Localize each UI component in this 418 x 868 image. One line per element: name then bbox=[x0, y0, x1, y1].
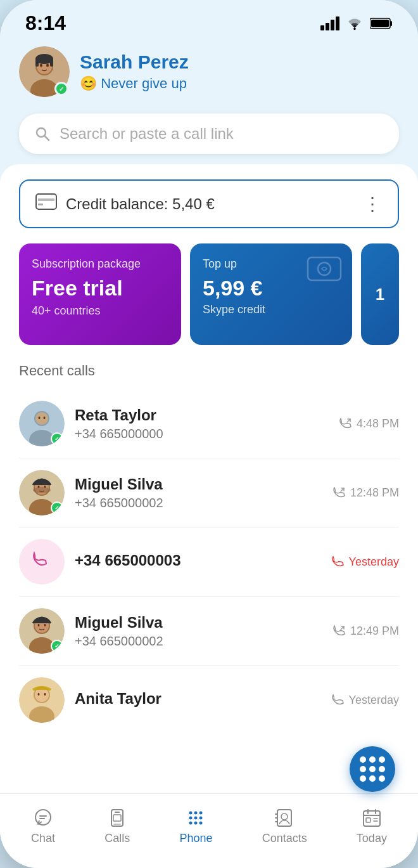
call-avatar-phone bbox=[19, 539, 65, 585]
subscription-detail: 40+ countries bbox=[32, 304, 168, 318]
svg-rect-52 bbox=[113, 824, 121, 825]
svg-point-47 bbox=[44, 693, 46, 696]
topup-card[interactable]: Top up 5,99 € Skype credit bbox=[190, 243, 352, 345]
subscription-label: Subscription package bbox=[32, 257, 168, 271]
svg-point-57 bbox=[200, 812, 203, 815]
svg-rect-2 bbox=[390, 21, 392, 26]
bar4 bbox=[336, 16, 339, 30]
svg-point-0 bbox=[353, 27, 356, 30]
search-section: Search or paste a call link bbox=[0, 107, 418, 164]
call-item[interactable]: +34 665000003 Yesterday bbox=[19, 528, 399, 597]
call-info: Miguel Silva +34 665000002 bbox=[75, 614, 322, 649]
main-content: Credit balance: 5,40 € ⋮ Subscription pa… bbox=[0, 164, 418, 793]
credit-icon bbox=[35, 193, 57, 214]
dot bbox=[360, 756, 366, 763]
user-name: Sarah Perez bbox=[80, 51, 189, 73]
third-card[interactable]: 1 bbox=[361, 243, 399, 345]
dot bbox=[379, 756, 385, 763]
call-item[interactable]: Reta Taylor +34 665000000 4:48 PM bbox=[19, 389, 399, 458]
nav-chat[interactable]: Chat bbox=[21, 804, 65, 849]
status-bar: 8:14 bbox=[0, 0, 418, 40]
svg-point-39 bbox=[38, 624, 40, 626]
call-name: Reta Taylor bbox=[75, 406, 329, 424]
subscription-card[interactable]: Subscription package Free trial 40+ coun… bbox=[19, 243, 181, 345]
call-name: Anita Taylor bbox=[75, 690, 321, 708]
svg-point-60 bbox=[200, 817, 203, 820]
bottom-nav: Chat Calls Phone bbox=[0, 793, 418, 868]
svg-rect-54 bbox=[113, 815, 121, 821]
svg-rect-11 bbox=[35, 58, 39, 67]
svg-point-56 bbox=[194, 812, 198, 815]
call-item[interactable]: Miguel Silva +34 665000002 12:49 PM bbox=[19, 597, 399, 666]
call-time-text: Yesterday bbox=[349, 555, 399, 569]
user-status: 😊 Never give up bbox=[80, 75, 189, 92]
svg-point-65 bbox=[281, 813, 288, 820]
outgoing-call-icon bbox=[339, 417, 353, 431]
credit-balance-card[interactable]: Credit balance: 5,40 € ⋮ bbox=[19, 179, 399, 228]
dot bbox=[369, 756, 376, 763]
outgoing-call-icon bbox=[332, 624, 346, 638]
phone-icon bbox=[186, 808, 206, 828]
svg-point-63 bbox=[200, 822, 203, 825]
call-time: Yesterday bbox=[331, 693, 399, 707]
svg-rect-15 bbox=[36, 194, 56, 209]
phone-frame: 8:14 bbox=[0, 0, 418, 868]
svg-point-40 bbox=[44, 624, 46, 626]
svg-point-59 bbox=[194, 817, 198, 820]
call-item[interactable]: Miguel Silva +34 665000002 12:48 PM bbox=[19, 458, 399, 528]
dot bbox=[379, 775, 385, 782]
svg-rect-18 bbox=[308, 257, 341, 280]
call-time-missed: Yesterday bbox=[331, 555, 399, 569]
recent-calls-title: Recent calls bbox=[19, 363, 399, 379]
dot bbox=[369, 766, 376, 772]
call-name: Miguel Silva bbox=[75, 476, 322, 493]
signal-bars-icon bbox=[320, 16, 339, 30]
calls-icon bbox=[107, 808, 127, 828]
nav-contacts[interactable]: Contacts bbox=[252, 804, 317, 849]
outgoing-call-icon bbox=[332, 486, 346, 500]
call-item[interactable]: Anita Taylor Yesterday bbox=[19, 666, 399, 734]
dialpad-fab[interactable] bbox=[350, 746, 395, 792]
call-info: Miguel Silva +34 665000002 bbox=[75, 476, 322, 510]
search-bar[interactable]: Search or paste a call link bbox=[19, 113, 399, 154]
credit-left: Credit balance: 5,40 € bbox=[35, 193, 215, 214]
cards-row: Subscription package Free trial 40+ coun… bbox=[19, 243, 399, 345]
call-name: Miguel Silva bbox=[75, 614, 322, 632]
wifi-icon bbox=[346, 16, 364, 30]
svg-rect-12 bbox=[50, 58, 53, 67]
nav-calls[interactable]: Calls bbox=[94, 804, 140, 849]
online-dot bbox=[51, 640, 63, 652]
call-time: 4:48 PM bbox=[339, 417, 399, 431]
phone-avatar-icon bbox=[30, 550, 54, 574]
today-icon bbox=[362, 808, 382, 828]
call-time-text: 4:48 PM bbox=[357, 417, 399, 431]
status-emoji: 😊 bbox=[80, 75, 97, 91]
call-number: +34 665000000 bbox=[75, 427, 329, 441]
call-list: Reta Taylor +34 665000000 4:48 PM bbox=[19, 389, 399, 734]
dot bbox=[360, 766, 366, 772]
nav-today[interactable]: Today bbox=[346, 804, 397, 849]
call-time: 12:48 PM bbox=[332, 486, 399, 500]
call-time-text: Yesterday bbox=[349, 694, 399, 707]
call-avatar bbox=[19, 677, 65, 723]
svg-point-8 bbox=[40, 64, 42, 67]
nav-contacts-label: Contacts bbox=[262, 832, 307, 845]
topup-money-icon bbox=[307, 255, 342, 289]
user-avatar-wrap bbox=[19, 46, 70, 97]
dot bbox=[369, 775, 376, 782]
svg-point-25 bbox=[44, 417, 46, 419]
svg-point-45 bbox=[35, 688, 49, 702]
status-message: Never give up bbox=[101, 75, 187, 91]
bar3 bbox=[331, 20, 334, 30]
online-dot bbox=[51, 502, 63, 514]
svg-point-55 bbox=[189, 812, 193, 815]
more-options-button[interactable]: ⋮ bbox=[364, 193, 383, 214]
nav-phone[interactable]: Phone bbox=[169, 804, 222, 849]
svg-point-46 bbox=[38, 693, 40, 696]
call-number: +34 665000002 bbox=[75, 634, 322, 649]
nav-today-label: Today bbox=[357, 832, 387, 845]
svg-rect-73 bbox=[366, 818, 370, 822]
status-time: 8:14 bbox=[25, 11, 66, 35]
svg-line-14 bbox=[45, 136, 49, 141]
call-info: +34 665000003 bbox=[75, 552, 321, 572]
